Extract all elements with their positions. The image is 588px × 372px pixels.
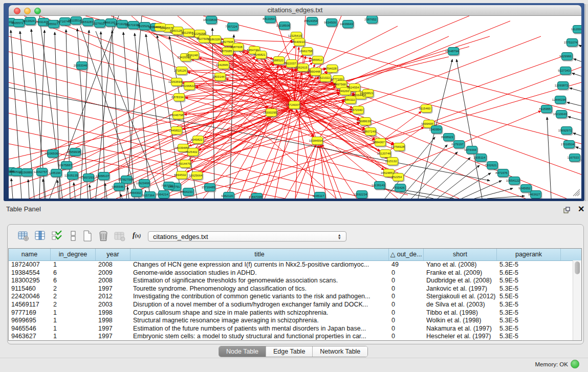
graph-node-label: 2803144	[212, 75, 225, 78]
tab-node-table[interactable]: Node Table	[219, 346, 266, 357]
function-builder-icon[interactable]: f(x)	[133, 231, 141, 239]
graph-node-label: 10592234	[354, 193, 367, 196]
cell: de Silva et al. (2003)	[424, 301, 497, 309]
cell: 0	[389, 285, 424, 293]
cell: 5.3E-5	[497, 317, 561, 325]
graph-node-label: 9362120	[221, 194, 233, 198]
cell: Genome-wide association studies in ADHD.	[130, 269, 389, 277]
graph-node-label: 1621022	[318, 76, 330, 79]
graph-edge	[185, 122, 359, 164]
cell: Estimation of the future numbers of pati…	[130, 325, 389, 333]
select-rows-icon[interactable]	[51, 230, 62, 242]
graph-node-label: 252254	[391, 176, 402, 179]
table-row[interactable]: 1872400712008Changes of HCN gene express…	[9, 261, 581, 269]
graph-node-label: 16648794	[445, 50, 459, 53]
table-row[interactable]: 911546021997Tourette syndrome. Phenomeno…	[9, 285, 581, 293]
cell: 1997	[96, 285, 130, 293]
cell: 9115460	[9, 285, 51, 293]
results-panel-splitter[interactable]	[585, 4, 588, 201]
tab-network-table[interactable]: Network Table	[313, 346, 367, 357]
graph-node-label: 6804233	[181, 190, 193, 193]
tab-edge-table[interactable]: Edge Table	[266, 346, 313, 357]
column-header-name[interactable]: name	[9, 249, 51, 260]
graph-edge	[547, 117, 551, 199]
graph-node-label: 3884067	[373, 141, 385, 144]
table-body: 1872400712008Changes of HCN gene express…	[9, 261, 581, 341]
scrollbar-thumb[interactable]	[575, 261, 580, 274]
graph-node-label: 15716485	[202, 186, 215, 189]
import-table-disabled-icon[interactable]	[114, 230, 125, 242]
cell: 5.3E-5	[497, 333, 561, 341]
new-document-icon[interactable]	[82, 230, 93, 242]
dropdown-arrows-icon: ▲▼	[338, 234, 341, 240]
cell: 5.9E-5	[497, 277, 561, 285]
close-panel-icon[interactable]: ✕	[578, 204, 584, 214]
table-selector-dropdown[interactable]: citations_edges.txt ▲▼	[148, 231, 346, 242]
graph-node-label: 1145194	[49, 171, 61, 174]
graph-node-label: 9699695	[421, 122, 433, 125]
column-header-out_de[interactable]: △ out_de...	[389, 249, 424, 260]
column-header-in_degree[interactable]: in_degree	[51, 249, 96, 260]
graph-node-label: 11156889	[19, 171, 32, 174]
graph-node-label: 14136141	[372, 184, 385, 187]
cell: Corpus callosum shape and size in male p…	[130, 309, 389, 317]
cell: 0	[389, 333, 424, 341]
table-row[interactable]: 946554611997Estimation of the future num…	[9, 325, 581, 333]
cell: Investigating the contribution of common…	[130, 293, 389, 301]
cell: 1997	[96, 333, 130, 341]
graph-node-label: 6794028	[324, 67, 337, 70]
cell: 18300295	[9, 277, 51, 285]
graph-node-label: 10975887	[58, 164, 72, 167]
graph-node-label: 9827508	[221, 40, 233, 43]
graph-edge	[215, 39, 393, 174]
network-canvas[interactable]: 2065031493557290136242069140683559171071…	[9, 16, 581, 199]
graph-node-label: 15824354	[304, 19, 318, 23]
resize-grip[interactable]	[573, 189, 580, 196]
graph-edge	[573, 133, 581, 139]
delete-icon[interactable]	[98, 230, 109, 242]
cell: 2	[51, 301, 96, 309]
table-row[interactable]: 1938455462009Genome-wide association stu…	[9, 269, 581, 277]
show-columns-icon[interactable]	[35, 230, 46, 242]
table-settings-icon[interactable]	[18, 230, 29, 242]
float-panel-icon[interactable]	[563, 207, 570, 213]
table-row[interactable]: 1456911722003Disruption of a novel membe…	[9, 301, 581, 309]
minimize-traffic-light[interactable]	[24, 8, 31, 14]
table-header-row[interactable]: namein_degreeyeartitle△ out_de...shortpa…	[9, 249, 581, 261]
table-row[interactable]: 2242004622012Investigating the contribut…	[9, 293, 581, 301]
cell: 1	[51, 309, 96, 317]
cell: 22420046	[9, 293, 51, 301]
graph-edge	[28, 180, 29, 199]
close-traffic-light[interactable]	[14, 8, 20, 14]
graph-node-label: 1733426	[393, 186, 405, 189]
graph-node-label: 6822037	[284, 62, 296, 65]
row-height-icon[interactable]	[68, 230, 79, 242]
graph-node-label: 9245652	[518, 187, 531, 190]
cell: 2	[51, 285, 96, 293]
column-header-year[interactable]: year	[96, 249, 130, 260]
column-header-short[interactable]: short	[424, 249, 497, 260]
network-window-titlebar[interactable]: citations_edges.txt	[9, 5, 581, 16]
graph-edge	[146, 34, 166, 199]
graph-node-label: 19166822	[181, 84, 195, 87]
table-row[interactable]: 1830029562008Estimation of significance …	[9, 277, 581, 285]
graph-node-label: 16524851	[381, 171, 395, 174]
graph-node-label: 17959938	[67, 150, 81, 154]
cell: 1998	[96, 317, 130, 325]
zoom-traffic-light[interactable]	[34, 8, 41, 14]
graph-edge	[389, 111, 541, 173]
column-header-pagerank[interactable]: pagerank	[497, 249, 561, 260]
network-window-title: citations_edges.txt	[9, 5, 581, 15]
cell: 5.5E-5	[497, 293, 561, 301]
graph-node-label: 8813054	[263, 17, 275, 20]
vertical-scrollbar[interactable]	[573, 260, 581, 340]
table-row[interactable]: 969969511998Structural magnetic resonanc…	[9, 317, 581, 325]
table-row[interactable]: 977716911998Corpus callosum shape and si…	[9, 309, 581, 317]
graph-edge	[262, 108, 291, 199]
memory-status-icon[interactable]	[571, 360, 579, 368]
table-row[interactable]: 946362711997Embryonic stem cells: a mode…	[9, 333, 581, 341]
cytoscape-desktop: { "window": { "title": "citations_edges.…	[0, 0, 588, 372]
column-header-title[interactable]: title	[130, 249, 389, 260]
graph-node-label: 9777169	[331, 78, 343, 81]
graph-edge	[57, 180, 59, 199]
